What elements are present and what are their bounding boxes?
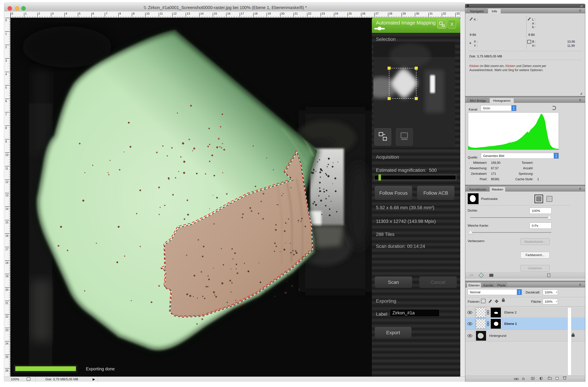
svg-text:Exporting done: Exporting done <box>86 367 115 371</box>
